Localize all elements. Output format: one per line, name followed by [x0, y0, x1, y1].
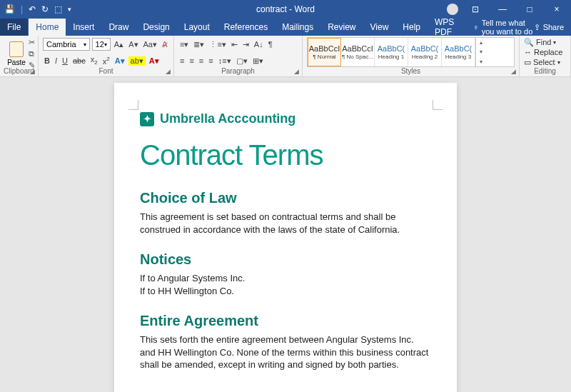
text-effects-button[interactable]: A▾ [113, 56, 126, 66]
multilevel-list-button[interactable]: ⋮≡▾ [208, 40, 227, 49]
grow-font-button[interactable]: A▴ [113, 40, 125, 49]
font-name-selector[interactable]: Cambria ▾ [43, 38, 90, 51]
style--normal[interactable]: AaBbCcI¶ Normal [308, 38, 341, 66]
paste-label: Paste [7, 59, 26, 66]
tab-review[interactable]: Review [320, 19, 363, 36]
tell-me-search[interactable]: ♀ Tell me what you want to do [464, 19, 533, 36]
tab-design[interactable]: Design [136, 19, 176, 36]
document-title: Contract Terms [140, 139, 431, 171]
user-avatar[interactable] [447, 4, 458, 15]
line-spacing-button[interactable]: ↕≡▾ [217, 56, 233, 66]
qat-customize-icon[interactable]: ▾ [68, 6, 71, 13]
align-right-button[interactable]: ≡ [198, 56, 205, 65]
sort-button[interactable]: A↓ [253, 40, 265, 49]
tab-mailings[interactable]: Mailings [275, 19, 320, 36]
superscript-button[interactable]: x2 [101, 56, 111, 66]
share-icon: ⇪ [534, 23, 540, 32]
group-font: Cambria ▾ 12 ▾ A▴ A▾ Aa▾ A̷ B I U abc x2… [39, 36, 174, 76]
section-heading: Choice of Law [140, 190, 431, 206]
tell-me-label: Tell me what you want to do [482, 19, 534, 36]
replace-button[interactable]: ↔Replace [524, 47, 566, 57]
replace-icon: ↔ [524, 48, 532, 56]
style-heading-2[interactable]: AaBbC(Heading 2 [408, 38, 442, 66]
tab-layout[interactable]: Layout [177, 19, 217, 36]
select-icon: ▭ [524, 58, 531, 67]
touch-mode-icon[interactable]: ⬚ [54, 4, 62, 14]
justify-button[interactable]: ≡ [207, 56, 214, 65]
tab-references[interactable]: References [217, 19, 275, 36]
ribbon: Paste ✂ ⧉ ✎ Clipboard ◢ Cambria ▾ 12 ▾ A… [0, 36, 571, 77]
group-label-editing: Editing [520, 67, 570, 75]
group-editing: 🔍Find▾ ↔Replace ▭Select▾ Editing [520, 36, 571, 76]
shading-button[interactable]: ▢▾ [235, 56, 249, 66]
clear-formatting-button[interactable]: A̷ [161, 40, 169, 49]
share-button[interactable]: ⇪ Share [534, 19, 571, 36]
tab-wps-pdf[interactable]: WPS PDF [428, 19, 464, 36]
font-dialog-launcher[interactable]: ◢ [166, 68, 171, 75]
style-gallery-more[interactable]: ▴▾▾ [475, 38, 485, 66]
strikethrough-button[interactable]: abc [71, 56, 87, 65]
document-brand: ✦ Umbrella Acccounting [140, 111, 431, 126]
page-margin-corner [128, 100, 138, 110]
numbering-button[interactable]: ≣▾ [192, 40, 206, 49]
find-icon: 🔍 [524, 38, 534, 47]
section-heading: Entire Agreement [140, 313, 431, 329]
bold-button[interactable]: B [43, 56, 51, 65]
section-body: This agreement is set based on contractu… [140, 211, 431, 236]
save-icon[interactable]: 💾 [4, 4, 15, 14]
styles-dialog-launcher[interactable]: ◢ [511, 68, 516, 75]
quick-access-toolbar: 💾 | ↶ ↻ ⬚ ▾ [0, 4, 71, 14]
group-clipboard: Paste ✂ ⧉ ✎ Clipboard ◢ [0, 36, 39, 76]
paragraph-dialog-launcher[interactable]: ◢ [294, 68, 299, 75]
style--no-spac-[interactable]: AaBbCcI¶ No Spac... [341, 38, 375, 66]
show-marks-button[interactable]: ¶ [267, 40, 274, 49]
tab-file[interactable]: File [0, 19, 29, 36]
title-bar: 💾 | ↶ ↻ ⬚ ▾ contract - Word ⊡ — □ × [0, 0, 571, 19]
change-case-button[interactable]: Aa▾ [142, 40, 158, 49]
redo-icon[interactable]: ↻ [41, 4, 49, 14]
document-page[interactable]: ✦ Umbrella Acccounting Contract Terms Ch… [114, 83, 457, 392]
style-gallery: AaBbCcI¶ NormalAaBbCcI¶ No Spac...AaBbC(… [307, 37, 515, 67]
underline-button[interactable]: U [61, 56, 69, 65]
font-name-value: Cambria [46, 40, 76, 49]
brand-logo-icon: ✦ [140, 112, 154, 126]
ribbon-options-icon[interactable]: ⊡ [465, 4, 485, 14]
undo-icon[interactable]: ↶ [29, 4, 36, 14]
group-label-font: Font [39, 67, 173, 75]
select-button[interactable]: ▭Select▾ [524, 57, 566, 67]
chevron-down-icon: ▾ [104, 41, 107, 48]
align-center-button[interactable]: ≡ [188, 56, 195, 65]
align-left-button[interactable]: ≡ [178, 56, 186, 65]
italic-button[interactable]: I [54, 56, 59, 65]
clipboard-dialog-launcher[interactable]: ◢ [30, 68, 35, 75]
document-scroll-area[interactable]: ✦ Umbrella Acccounting Contract Terms Ch… [0, 77, 571, 392]
share-label: Share [543, 23, 564, 31]
decrease-indent-button[interactable]: ⇤ [230, 40, 239, 49]
tab-view[interactable]: View [363, 19, 396, 36]
tab-draw[interactable]: Draw [101, 19, 136, 36]
section-heading: Notices [140, 251, 431, 268]
copy-icon[interactable]: ⧉ [29, 49, 35, 59]
maximize-icon[interactable]: □ [520, 4, 540, 14]
find-button[interactable]: 🔍Find▾ [524, 37, 566, 47]
minimize-icon[interactable]: — [492, 4, 512, 14]
font-color-button[interactable]: A▾ [148, 56, 161, 66]
increase-indent-button[interactable]: ⇥ [241, 40, 251, 49]
close-icon[interactable]: × [547, 4, 567, 14]
highlight-button[interactable]: ab▾ [128, 56, 146, 66]
bullets-button[interactable]: ≡▾ [178, 40, 190, 49]
style-heading-1[interactable]: AaBbC(Heading 1 [375, 38, 408, 66]
tab-home[interactable]: Home [29, 19, 66, 36]
tab-insert[interactable]: Insert [66, 19, 101, 36]
paste-button[interactable]: Paste [4, 37, 29, 70]
cut-icon[interactable]: ✂ [29, 38, 35, 47]
group-label-paragraph: Paragraph [174, 67, 302, 75]
style-heading-3[interactable]: AaBbC(Heading 3 [442, 38, 475, 66]
subscript-button[interactable]: x2 [89, 55, 99, 66]
menu-bar: File HomeInsertDrawDesignLayoutReference… [0, 19, 571, 36]
font-size-selector[interactable]: 12 ▾ [92, 38, 111, 51]
tab-help[interactable]: Help [395, 19, 428, 36]
paste-icon [9, 41, 24, 57]
shrink-font-button[interactable]: A▾ [127, 40, 139, 49]
borders-button[interactable]: ⊞▾ [251, 56, 265, 66]
